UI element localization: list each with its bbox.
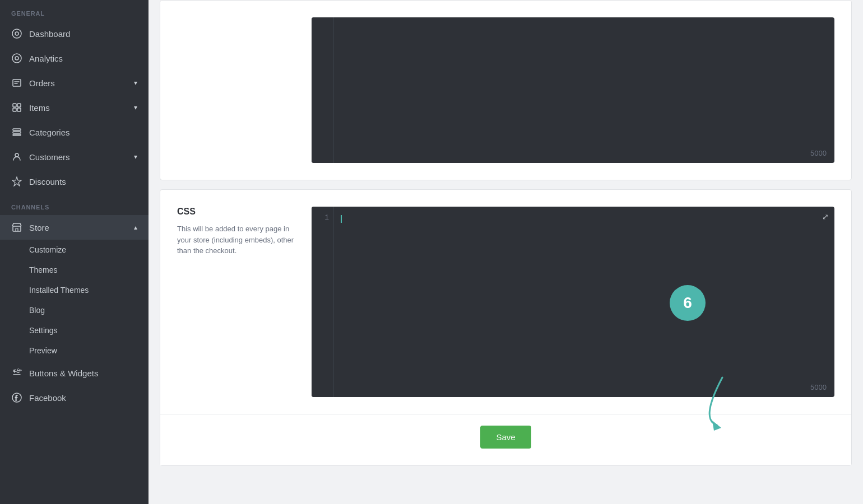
sidebar-item-label: Orders	[29, 78, 55, 88]
sidebar: GENERAL Dashboard Analytics Orders	[0, 0, 149, 504]
svg-point-0	[12, 29, 21, 38]
categories-icon	[11, 127, 22, 138]
svg-rect-8	[17, 108, 21, 111]
sidebar-item-label: Analytics	[29, 54, 63, 63]
sidebar-item-label: Categories	[29, 128, 70, 137]
svg-rect-7	[13, 108, 16, 111]
save-row: Save	[160, 414, 851, 465]
top-char-count: 5000	[810, 149, 827, 157]
sidebar-sub-item-label: Installed Themes	[29, 286, 89, 295]
sidebar-item-label: Customers	[29, 152, 70, 162]
sidebar-sub-item-label: Customize	[29, 245, 66, 254]
sidebar-item-label: Store	[29, 223, 49, 232]
dashboard-icon	[11, 28, 22, 39]
orders-icon	[11, 77, 22, 88]
svg-rect-5	[13, 104, 16, 107]
sidebar-sub-item-label: Themes	[29, 265, 58, 274]
sidebar-item-items[interactable]: Items ▾	[0, 95, 149, 120]
sidebar-item-buttons-widgets[interactable]: </> Buttons & Widgets	[0, 361, 149, 385]
svg-rect-9	[13, 129, 21, 130]
sidebar-item-label: Discounts	[29, 177, 66, 186]
sidebar-item-analytics[interactable]: Analytics	[0, 46, 149, 71]
top-code-editor: 5000	[312, 17, 834, 163]
sidebar-item-orders[interactable]: Orders ▾	[0, 71, 149, 95]
sidebar-item-categories[interactable]: Categories	[0, 120, 149, 144]
sidebar-item-label: Buttons & Widgets	[29, 368, 98, 378]
store-icon	[11, 222, 22, 233]
main-content: 5000 CSS This will be added to every pag…	[149, 0, 863, 504]
sidebar-item-customers[interactable]: Customers ▾	[0, 144, 149, 169]
line-number: 1	[324, 213, 329, 222]
chevron-down-icon: ▾	[134, 104, 137, 111]
sidebar-sub-item-label: Preview	[29, 346, 57, 355]
buttons-icon: </>	[11, 367, 22, 379]
css-card: CSS This will be added to every page in …	[160, 189, 852, 466]
svg-point-2	[12, 54, 21, 63]
line-numbers	[312, 17, 334, 163]
chevron-up-icon: ▴	[134, 223, 137, 231]
sidebar-sub-item-customize[interactable]: Customize	[0, 240, 149, 260]
sidebar-sub-item-themes[interactable]: Themes	[0, 260, 149, 280]
css-code-editor[interactable]: 1 5000 ⤢	[312, 207, 834, 397]
customers-icon	[11, 151, 22, 162]
sidebar-sub-item-label: Settings	[29, 326, 58, 335]
editor-cursor	[341, 215, 342, 223]
top-card: 5000	[160, 0, 852, 180]
svg-point-3	[15, 57, 18, 60]
css-section: CSS This will be added to every page in …	[160, 190, 851, 414]
sidebar-sub-item-installed-themes[interactable]: Installed Themes	[0, 280, 149, 300]
svg-text:</>: </>	[13, 368, 22, 373]
save-button[interactable]: Save	[480, 426, 531, 449]
chevron-down-icon: ▾	[134, 153, 137, 161]
svg-marker-13	[12, 177, 21, 186]
sidebar-sub-item-preview[interactable]: Preview	[0, 340, 149, 361]
analytics-icon	[11, 53, 22, 64]
css-char-count: 5000	[810, 383, 827, 391]
sidebar-item-label: Dashboard	[29, 29, 70, 39]
discounts-icon	[11, 176, 22, 187]
sidebar-item-label: Items	[29, 103, 50, 113]
sidebar-item-discounts[interactable]: Discounts	[0, 169, 149, 194]
svg-rect-11	[13, 134, 21, 136]
sidebar-item-facebook[interactable]: Facebook	[0, 385, 149, 410]
chevron-down-icon: ▾	[134, 79, 137, 87]
svg-point-1	[15, 32, 18, 35]
svg-rect-6	[17, 104, 21, 107]
sidebar-sub-item-settings[interactable]: Settings	[0, 320, 149, 340]
channels-section-label: CHANNELS	[0, 194, 149, 215]
svg-rect-10	[13, 132, 21, 133]
expand-icon[interactable]: ⤢	[822, 212, 829, 221]
sidebar-item-label: Facebook	[29, 393, 66, 403]
general-section-label: GENERAL	[0, 0, 149, 21]
sidebar-item-dashboard[interactable]: Dashboard	[0, 21, 149, 46]
line-numbers: 1	[312, 207, 334, 397]
svg-rect-4	[13, 80, 21, 86]
css-section-description: This will be added to every page in your…	[177, 223, 295, 256]
items-icon	[11, 102, 22, 113]
svg-point-12	[15, 153, 18, 157]
facebook-icon	[11, 392, 22, 403]
css-section-title: CSS	[177, 207, 295, 217]
sidebar-sub-item-label: Blog	[29, 306, 45, 315]
sidebar-item-store[interactable]: Store ▴	[0, 215, 149, 240]
sidebar-sub-item-blog[interactable]: Blog	[0, 300, 149, 320]
